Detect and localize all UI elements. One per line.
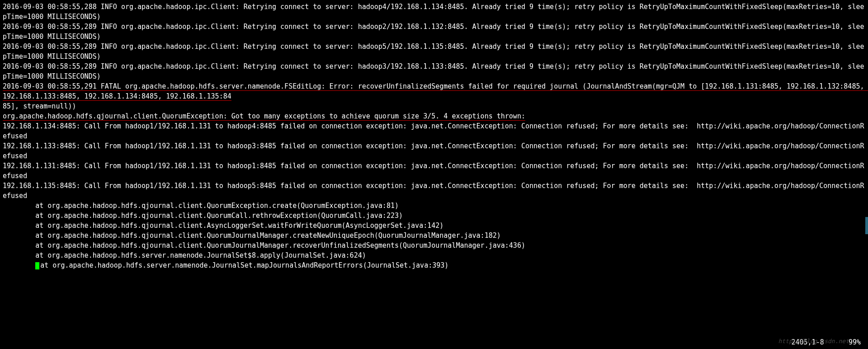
vim-status-bar: 2405,1-8 99% <box>791 337 861 347</box>
log-info-line: 2016-09-03 00:58:55,288 INFO org.apache.… <box>3 3 864 21</box>
log-info-line: 2016-09-03 00:58:55,289 INFO org.apache.… <box>3 62 864 80</box>
vim-scroll-percent: 99% <box>849 338 861 346</box>
scrollbar-thumb[interactable] <box>865 217 868 234</box>
stack-trace-line: at org.apache.hadoop.hdfs.server.namenod… <box>3 251 366 259</box>
log-fatal-line-tail: 85], stream=null)) <box>3 102 76 110</box>
stack-trace-line: at org.apache.hadoop.hdfs.qjournal.clien… <box>3 241 525 250</box>
log-connect-exception: 192.168.1.131:8485: Call From hadoop1/19… <box>3 162 864 180</box>
log-connect-exception: 192.168.1.134:8485: Call From hadoop1/19… <box>3 122 864 140</box>
log-connect-exception: 192.168.1.135:8485: Call From hadoop1/19… <box>3 182 864 200</box>
vim-cursor-position: 2405,1-8 <box>791 338 824 346</box>
stack-trace-line: at org.apache.hadoop.hdfs.qjournal.clien… <box>3 222 443 230</box>
stack-trace-line: at org.apache.hadoop.hdfs.server.namenod… <box>40 261 448 269</box>
log-info-line: 2016-09-03 00:58:55,289 INFO org.apache.… <box>3 42 864 61</box>
stack-trace-line: at org.apache.hadoop.hdfs.qjournal.clien… <box>3 231 501 240</box>
log-quorum-exception: org.apache.hadoop.hdfs.qjournal.client.Q… <box>3 112 525 121</box>
terminal-output[interactable]: 2016-09-03 00:58:55,288 INFO org.apache.… <box>0 0 868 270</box>
log-connect-exception: 192.168.1.133:8485: Call From hadoop1/19… <box>3 142 864 160</box>
stack-trace-line: at org.apache.hadoop.hdfs.qjournal.clien… <box>3 212 403 220</box>
log-info-line: 2016-09-03 00:58:55,289 INFO org.apache.… <box>3 23 864 41</box>
stack-trace-pad <box>3 261 35 269</box>
stack-trace-line: at org.apache.hadoop.hdfs.qjournal.clien… <box>3 202 399 210</box>
log-fatal-line: 2016-09-03 00:58:55,291 FATAL org.apache… <box>3 82 868 101</box>
terminal-cursor-icon <box>35 262 39 269</box>
